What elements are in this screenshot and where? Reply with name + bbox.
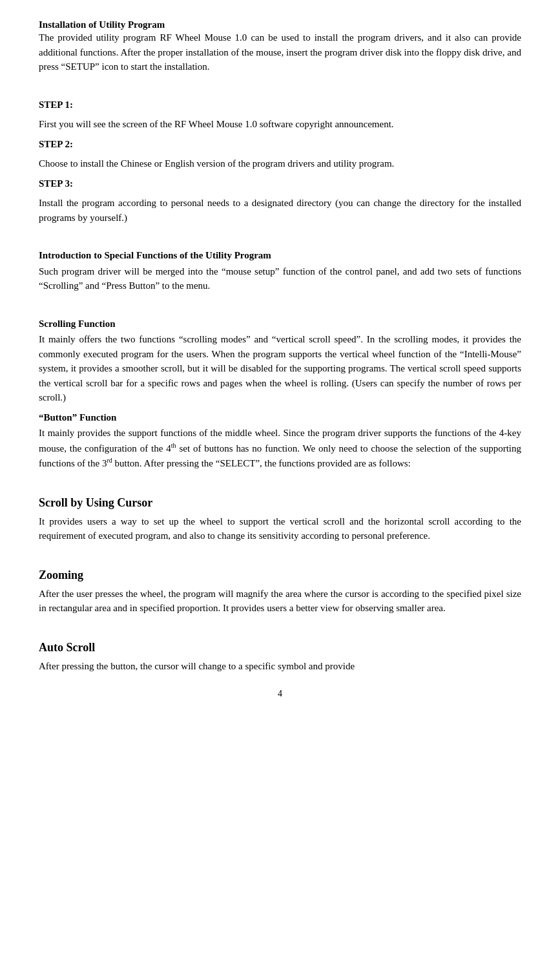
step3-label: STEP 3: bbox=[39, 176, 521, 191]
page-number: 4 bbox=[39, 689, 521, 699]
installation-paragraph: The provided utility program RF Wheel Mo… bbox=[39, 30, 521, 74]
step2-text: Choose to install the Chinese or English… bbox=[39, 156, 521, 171]
spacer-2 bbox=[39, 236, 521, 248]
installation-section: Installation of Utility Program The prov… bbox=[39, 19, 521, 74]
autoscroll-text: After pressing the button, the cursor wi… bbox=[39, 659, 521, 674]
scroll-cursor-text: It provides users a way to set up the wh… bbox=[39, 514, 521, 543]
zooming-title: Zooming bbox=[39, 567, 521, 584]
intro-special-text: Such program driver will be merged into … bbox=[39, 264, 521, 293]
autoscroll-title: Auto Scroll bbox=[39, 639, 521, 656]
intro-special-title: Introduction to Special Functions of the… bbox=[39, 248, 521, 263]
step3-text: Install the program according to persona… bbox=[39, 196, 521, 225]
scroll-cursor-section: Scroll by Using Cursor It provides users… bbox=[39, 494, 521, 543]
zooming-text: After the user presses the wheel, the pr… bbox=[39, 587, 521, 616]
step1-label: STEP 1: bbox=[39, 98, 521, 112]
zooming-section: Zooming After the user presses the wheel… bbox=[39, 567, 521, 616]
scrolling-title: Scrolling Function bbox=[39, 317, 521, 331]
steps-section: STEP 1: First you will see the screen of… bbox=[39, 98, 521, 225]
step1-text: First you will see the screen of the RF … bbox=[39, 117, 521, 132]
spacer-4 bbox=[39, 483, 521, 494]
page-content: Installation of Utility Program The prov… bbox=[39, 19, 521, 699]
spacer-5 bbox=[39, 555, 521, 567]
scroll-cursor-title: Scroll by Using Cursor bbox=[39, 494, 521, 512]
spacer-1 bbox=[39, 86, 521, 98]
autoscroll-section: Auto Scroll After pressing the button, t… bbox=[39, 639, 521, 674]
intro-special-section: Introduction to Special Functions of the… bbox=[39, 248, 521, 293]
installation-title: Installation of Utility Program bbox=[39, 19, 165, 30]
button-text: It mainly provides the support functions… bbox=[39, 426, 521, 471]
scrolling-text: It mainly offers the two functions “scro… bbox=[39, 332, 521, 405]
step2-label: STEP 2: bbox=[39, 137, 521, 152]
scrolling-section: Scrolling Function It mainly offers the … bbox=[39, 317, 521, 471]
spacer-6 bbox=[39, 627, 521, 639]
spacer-3 bbox=[39, 305, 521, 317]
button-title: “Button” Function bbox=[39, 410, 521, 425]
